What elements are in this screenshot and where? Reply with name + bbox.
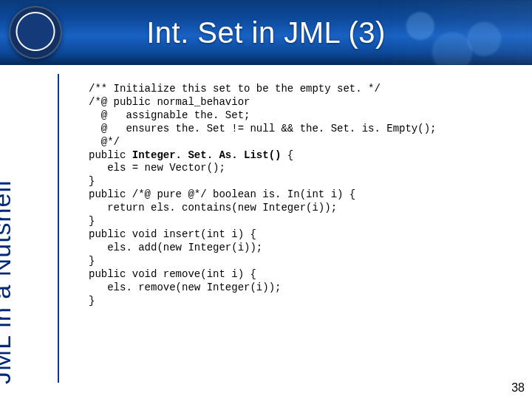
- vertical-divider: [58, 74, 59, 383]
- code-block: /** Initialize this set to be the empty …: [89, 83, 502, 307]
- slide-container: Int. Set in JML (3) JML in a Nutshell /*…: [0, 0, 532, 399]
- slide-title: Int. Set in JML (3): [0, 0, 532, 65]
- slide-header: Int. Set in JML (3): [0, 0, 532, 65]
- slide-body: JML in a Nutshell /** Initialize this se…: [0, 65, 532, 399]
- page-number: 38: [511, 381, 525, 395]
- sidebar-topic-label: JML in a Nutshell: [0, 180, 16, 384]
